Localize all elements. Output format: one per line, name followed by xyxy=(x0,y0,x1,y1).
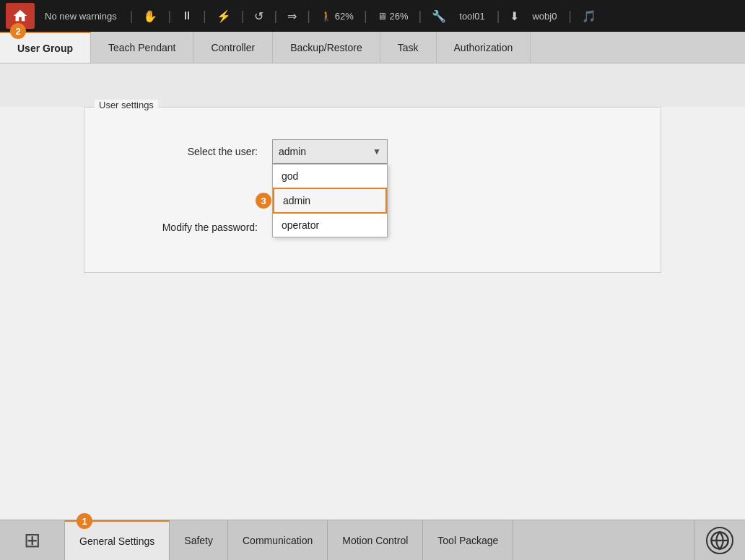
globe-area xyxy=(694,520,745,560)
sep9: | xyxy=(494,9,503,24)
sep2: | xyxy=(165,9,174,24)
tab-teach-pendant[interactable]: Teach Pendant xyxy=(91,32,193,63)
hand-icon[interactable]: ✋ xyxy=(139,9,162,23)
user-dropdown: god 3 admin operator xyxy=(272,164,388,237)
select-arrow-icon: ▼ xyxy=(372,146,381,157)
tabs-badge: 2 xyxy=(10,23,26,39)
sep5: | xyxy=(271,9,280,24)
panel-title: User settings xyxy=(95,100,158,110)
select-user-row: Select the user: admin ▼ god 3 admin ope… xyxy=(84,139,661,164)
download-icon[interactable]: ⬇ xyxy=(505,9,523,23)
tab-task[interactable]: Task xyxy=(380,32,437,63)
select-user-label: Select the user: xyxy=(128,146,272,157)
pause-icon[interactable]: ⏸ xyxy=(177,9,197,22)
walk-stat: 🚶 62% xyxy=(316,11,358,22)
tabs-row: 2 User Group Teach Pendant Controller Ba… xyxy=(0,32,745,64)
bottom-grid-icon-area[interactable]: ⊞ xyxy=(0,520,65,560)
bottom-tab-motion-control[interactable]: Motion Control xyxy=(328,520,423,560)
user-select-box[interactable]: admin ▼ xyxy=(272,139,388,164)
sep1: | xyxy=(127,9,136,24)
bottom-tab-tool-package[interactable]: Tool Package xyxy=(423,520,513,560)
user-settings-panel: User settings Select the user: admin ▼ g… xyxy=(84,107,661,273)
select-value: admin xyxy=(279,146,306,157)
warning-text: No new warnings xyxy=(38,11,124,22)
password-label: Modify the password: xyxy=(128,222,272,233)
sep10: | xyxy=(565,9,575,24)
bottom-grid-icon: ⊞ xyxy=(24,528,40,552)
dropdown-item-god[interactable]: god xyxy=(273,165,387,188)
sep8: | xyxy=(416,9,425,24)
dropdown-item-operator[interactable]: operator xyxy=(273,214,387,237)
main-content: User settings Select the user: admin ▼ g… xyxy=(0,107,745,560)
topbar: No new warnings | ✋ | ⏸ | ⚡ | ↺ | ⇒ | 🚶 … xyxy=(0,0,745,32)
globe-icon[interactable] xyxy=(706,527,733,554)
bottom-nav: ⊞ 1 General Settings Safety Communicatio… xyxy=(0,520,745,560)
tab-backup-restore[interactable]: Backup/Restore xyxy=(273,32,380,63)
tool-label: tool01 xyxy=(453,11,490,22)
bottom-tab-general-settings[interactable]: 1 General Settings xyxy=(65,520,170,560)
music-icon[interactable]: 🎵 xyxy=(578,9,601,23)
reload-icon[interactable]: ↺ xyxy=(250,9,268,23)
sep3: | xyxy=(200,9,209,24)
wobj-label: wobj0 xyxy=(526,11,562,22)
sep4: | xyxy=(238,9,248,24)
screen-icon: 🖥 xyxy=(378,11,387,22)
bottom-tab-safety[interactable]: Safety xyxy=(170,520,228,560)
sep7: | xyxy=(361,9,370,24)
tab-authorization[interactable]: Authorization xyxy=(437,32,531,63)
user-select-wrap: admin ▼ god 3 admin operator xyxy=(272,139,388,164)
bottom-tab-communication[interactable]: Communication xyxy=(228,520,328,560)
dropdown-badge: 3 xyxy=(256,193,271,209)
sep6: | xyxy=(304,9,313,24)
tab-controller[interactable]: Controller xyxy=(193,32,273,63)
walk-icon: 🚶 xyxy=(321,11,332,22)
dropdown-item-admin[interactable]: 3 admin xyxy=(273,188,387,214)
arrow-right-icon[interactable]: ⇒ xyxy=(283,9,301,23)
bottom-badge: 1 xyxy=(77,513,92,529)
wrench-icon[interactable]: 🔧 xyxy=(427,9,450,23)
lightning-icon[interactable]: ⚡ xyxy=(212,9,235,23)
screen-stat: 🖥 26% xyxy=(373,11,413,22)
